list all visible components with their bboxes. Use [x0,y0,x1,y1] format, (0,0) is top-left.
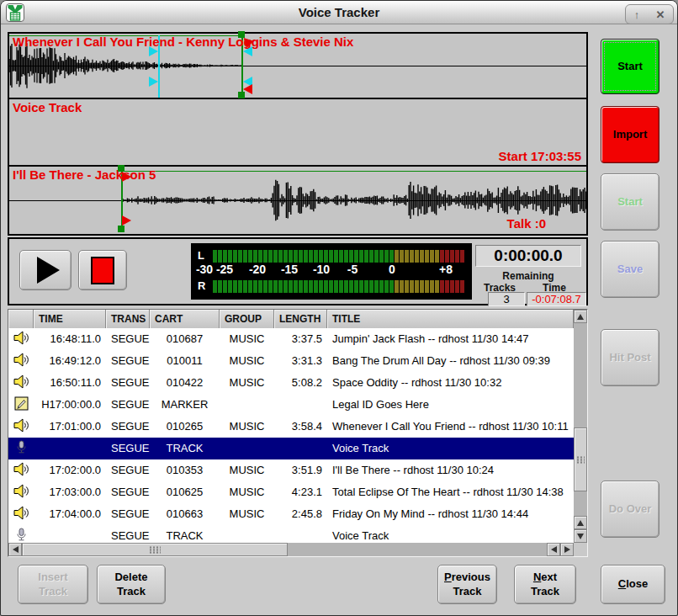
import-button[interactable]: Import [601,106,659,163]
cell-trans: SEGUE [106,459,150,481]
scroll-up-button[interactable] [574,310,587,323]
log-row-10[interactable]: SEGUETRACKVoice Track [8,525,574,543]
cell-trans: SEGUE [106,372,150,394]
cell-time: 16:48:11.0 [34,328,106,350]
start-marker-handle-top[interactable] [118,165,124,172]
cell-icon [8,350,34,372]
cell-group: MUSIC [220,350,274,372]
log-row-7[interactable]: 17:02:00.0SEGUE010353MUSIC3:51.9I'll Be … [8,459,574,481]
column-header-cart[interactable]: CART [150,310,220,328]
arrow-down-icon [577,534,584,539]
start-play-button-disabled[interactable]: Start [601,173,659,231]
vu-meter-right-bar [213,280,465,293]
track-3-start-arrow-top-icon[interactable] [122,172,131,182]
microphone-icon [16,440,27,454]
cell-icon [8,503,34,525]
next-track-button[interactable]: NextTrack [514,565,576,604]
vu-scale-label: -5 [347,263,358,276]
arrow-up-icon [577,520,584,526]
cell-length [274,525,327,543]
vu-scale-label: -10 [313,263,330,276]
scroll-up-button-2[interactable] [574,516,587,529]
vu-right-label: R [198,279,205,292]
cell-title: Voice Track [327,438,574,459]
cell-title: Legal ID Goes Here [327,394,574,416]
play-button[interactable] [19,250,72,290]
maximize-button[interactable]: ↑ [634,9,640,20]
cell-group: MUSIC [220,503,274,525]
log-row-4[interactable]: H17:00:00.0SEGUEMARKERLegal ID Goes Here [8,394,574,416]
speaker-icon [13,462,29,476]
column-header-title[interactable]: TITLE [327,310,574,328]
scroll-down-button[interactable] [574,529,587,543]
cell-length: 3:58.4 [274,416,327,438]
cell-length [274,438,327,459]
stop-button[interactable] [78,250,127,290]
scroll-left-button-2[interactable] [547,543,560,556]
hit-post-button[interactable]: Hit Post [601,329,659,386]
cell-time [34,438,106,459]
segue-marker-top-icon[interactable] [243,46,252,56]
fade-marker-handle-bottom-icon[interactable] [149,77,158,87]
speaker-icon [13,374,29,389]
track-1-title: Whenever I Call You Friend - Kenny Loggi… [13,35,353,49]
scroll-left-button[interactable] [8,543,22,556]
scroll-right-button[interactable] [560,543,574,556]
track-1-end-arrow-icon[interactable] [243,84,252,94]
fade-marker-handle-top-icon[interactable] [149,46,158,56]
do-over-button[interactable]: Do Over [601,481,659,538]
column-header-group[interactable]: GROUP [220,310,274,328]
v-scroll-thumb[interactable] [574,427,587,491]
h-scroll-thumb[interactable] [22,543,288,556]
log-row-9[interactable]: 17:04:00.0SEGUE010663MUSIC2:45.8Friday O… [8,503,574,525]
vu-scale-label: +8 [439,263,453,276]
column-header-trans[interactable]: TRANS [106,310,150,328]
track-3-title: I'll Be There - Jackson 5 [13,167,156,182]
vu-scale-label: -30 [196,263,213,276]
arrow-left-icon [13,546,19,553]
title-bar[interactable]: Voice Tracker ↑ ✕ [1,1,677,24]
cell-cart: 010663 [150,503,220,525]
cell-group: MUSIC [220,459,274,481]
cell-cart: 010687 [150,328,220,350]
column-header-icon[interactable] [8,310,34,328]
column-header-length[interactable]: LENGTH [274,310,327,328]
log-table-header: TIMETRANSCARTGROUPLENGTHTITLE [8,310,574,328]
cell-title: I'll Be There -- rdhost 11/30 10:24 [327,459,574,481]
speaker-icon [13,353,29,367]
close-button[interactable]: Close [601,565,665,604]
track-1-panel[interactable]: Whenever I Call You Friend - Kenny Loggi… [9,34,586,98]
cell-time: 16:49:12.0 [34,350,106,372]
cell-icon [8,416,34,438]
track-3-panel[interactable]: I'll Be There - Jackson 5 Talk :0 [9,167,586,234]
previous-track-button[interactable]: PreviousTrack [437,565,497,604]
column-header-time[interactable]: TIME [34,310,106,328]
cell-time: H17:00:00.0 [34,394,106,416]
vu-meter: L -30-25-20-15-10-50+8 R [191,243,472,300]
log-row-5[interactable]: 17:01:00.0SEGUE010265MUSIC3:58.4Whenever… [8,416,574,438]
insert-track-button[interactable]: InsertTrack [18,565,88,604]
track-3-start-arrow-bottom-icon[interactable] [122,215,131,226]
vu-meter-scale: -30-25-20-15-10-50+8 [191,263,472,278]
log-table-body: 16:48:11.0SEGUE010687MUSIC3:37.5Jumpin' … [8,328,574,543]
track-2-panel[interactable]: Voice Track Start 17:03:55 [9,99,586,165]
scrollbar-corner [574,543,587,556]
speaker-icon [13,331,29,345]
log-row-8[interactable]: 17:03:00.0SEGUE010625MUSIC4:23.1Total Ec… [8,481,574,503]
cell-cart: MARKER [150,394,220,416]
cell-title: Total Eclipse Of The Heart -- rdhost 11/… [327,481,574,503]
cell-title: Jumpin' Jack Flash -- rdhost 11/30 14:47 [327,328,574,350]
log-row-3[interactable]: 16:50:11.0SEGUE010422MUSIC5:08.2Space Od… [8,372,574,394]
close-window-button[interactable]: ✕ [655,9,665,20]
cell-trans: SEGUE [106,416,150,438]
start-marker-handle-bottom[interactable] [118,226,124,232]
log-row-2[interactable]: 16:49:12.0SEGUE010011MUSIC3:31.3Bang The… [8,350,574,372]
save-button[interactable]: Save [601,241,659,298]
window-title: Voice Tracker [1,5,677,19]
log-row-1[interactable]: 16:48:11.0SEGUE010687MUSIC3:37.5Jumpin' … [8,328,574,350]
arrow-up-icon [577,314,584,320]
start-record-button[interactable]: Start [601,39,659,94]
cell-length: 3:37.5 [274,328,327,350]
log-row-6[interactable]: SEGUETRACKVoice Track [8,438,574,459]
delete-track-button[interactable]: DeleteTrack [97,565,166,604]
